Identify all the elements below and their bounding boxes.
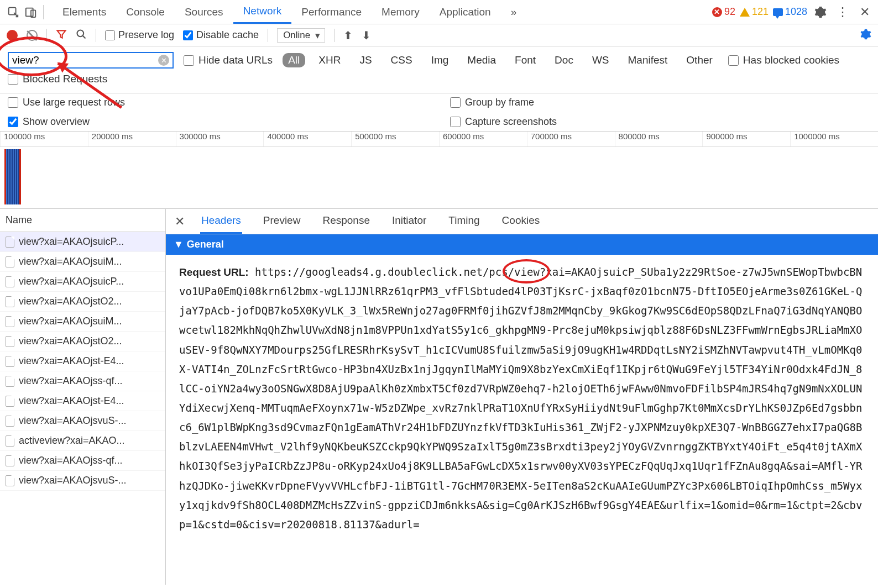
detail-tab-headers[interactable]: Headers bbox=[200, 209, 242, 234]
file-icon bbox=[6, 396, 14, 407]
devtools-tab-elements[interactable]: Elements bbox=[53, 0, 116, 24]
request-row[interactable]: view?xai=AKAOjsuiM... bbox=[0, 252, 165, 272]
collapse-triangle-icon: ▼ bbox=[174, 239, 184, 250]
request-name: view?xai=AKAOjstO2... bbox=[19, 296, 122, 307]
request-row[interactable]: view?xai=AKAOjstO2... bbox=[0, 292, 165, 312]
file-icon bbox=[6, 336, 14, 347]
file-icon bbox=[6, 237, 14, 248]
timeline-tick: 600000 ms bbox=[439, 132, 527, 146]
filter-funnel-icon[interactable] bbox=[56, 29, 67, 42]
request-row[interactable]: view?xai=AKAOjsvuS-... bbox=[0, 471, 165, 491]
request-row[interactable]: view?xai=AKAOjst-E4... bbox=[0, 391, 165, 411]
request-row[interactable]: view?xai=AKAOjsuicP... bbox=[0, 272, 165, 292]
detail-tab-timing[interactable]: Timing bbox=[447, 209, 480, 234]
kebab-menu-icon[interactable]: ⋮ bbox=[834, 3, 851, 21]
detail-tab-initiator[interactable]: Initiator bbox=[391, 209, 427, 234]
file-icon bbox=[6, 256, 14, 267]
inspect-element-icon[interactable] bbox=[4, 3, 22, 21]
devtools-tab-console[interactable]: Console bbox=[116, 0, 175, 24]
timeline-tick: 1000000 ms bbox=[790, 132, 878, 146]
message-count-badge[interactable]: 1028 bbox=[773, 6, 807, 18]
request-row[interactable]: view?xai=AKAOjss-qf... bbox=[0, 451, 165, 471]
request-name: view?xai=AKAOjsuicP... bbox=[19, 236, 124, 248]
filter-type-xhr[interactable]: XHR bbox=[313, 53, 346, 67]
filter-text-input[interactable] bbox=[12, 54, 158, 66]
filter-type-js[interactable]: JS bbox=[354, 53, 377, 67]
filter-type-media[interactable]: Media bbox=[462, 53, 501, 67]
devtools-tab-application[interactable]: Application bbox=[430, 0, 501, 24]
file-icon bbox=[6, 435, 14, 447]
request-row[interactable]: view?xai=AKAOjsuiM... bbox=[0, 312, 165, 332]
devtools-tab-sources[interactable]: Sources bbox=[175, 0, 233, 24]
upload-icon[interactable]: ⬆ bbox=[343, 29, 353, 42]
large-rows-checkbox[interactable]: Use large request rows bbox=[8, 97, 450, 108]
filter-type-ws[interactable]: WS bbox=[587, 53, 615, 67]
filter-type-doc[interactable]: Doc bbox=[549, 53, 579, 67]
timeline-tick: 200000 ms bbox=[88, 132, 176, 146]
filter-type-css[interactable]: CSS bbox=[385, 53, 418, 67]
request-row[interactable]: view?xai=AKAOjsuicP... bbox=[0, 232, 165, 252]
timeline-tick: 500000 ms bbox=[351, 132, 439, 146]
timeline-tick: 100000 ms bbox=[0, 132, 88, 146]
search-icon[interactable] bbox=[76, 29, 87, 42]
request-row[interactable]: view?xai=AKAOjst-E4... bbox=[0, 351, 165, 371]
file-icon bbox=[6, 276, 14, 287]
error-count-badge[interactable]: ✕92 bbox=[712, 6, 735, 18]
file-icon bbox=[6, 475, 14, 486]
group-by-frame-checkbox[interactable]: Group by frame bbox=[450, 97, 557, 108]
has-blocked-cookies-checkbox[interactable]: Has blocked cookies bbox=[728, 54, 839, 66]
request-detail-panel: ✕ HeadersPreviewResponseInitiatorTimingC… bbox=[166, 209, 878, 585]
file-icon bbox=[6, 416, 14, 427]
request-list-header[interactable]: Name bbox=[0, 209, 165, 232]
request-row[interactable]: activeview?xai=AKAO... bbox=[0, 431, 165, 451]
detail-tab-cookies[interactable]: Cookies bbox=[501, 209, 541, 234]
download-icon[interactable]: ⬇ bbox=[362, 29, 371, 42]
request-name: view?xai=AKAOjst-E4... bbox=[19, 355, 124, 367]
warning-count-badge[interactable]: 121 bbox=[740, 6, 769, 18]
filter-type-all[interactable]: All bbox=[283, 53, 305, 67]
throttling-select[interactable]: Online bbox=[277, 28, 325, 43]
close-devtools-icon[interactable]: ✕ bbox=[856, 3, 874, 21]
hide-data-urls-checkbox[interactable]: Hide data URLs bbox=[184, 54, 273, 66]
show-overview-checkbox[interactable]: Show overview bbox=[8, 116, 450, 128]
clear-button-icon[interactable] bbox=[27, 30, 38, 41]
device-toolbar-icon[interactable] bbox=[22, 3, 40, 21]
timeline-tick: 300000 ms bbox=[176, 132, 264, 146]
filter-type-other[interactable]: Other bbox=[681, 53, 718, 67]
request-name: view?xai=AKAOjsvuS-... bbox=[19, 415, 127, 427]
request-row[interactable]: view?xai=AKAOjsvuS-... bbox=[0, 411, 165, 431]
request-name: view?xai=AKAOjsuiM... bbox=[19, 256, 122, 267]
network-timeline[interactable]: 100000 ms200000 ms300000 ms400000 ms5000… bbox=[0, 132, 878, 209]
network-options: Use large request rows Show overview Gro… bbox=[0, 93, 878, 132]
record-button-icon[interactable] bbox=[7, 30, 18, 41]
more-tabs-chevron[interactable]: » bbox=[501, 6, 527, 18]
preserve-log-checkbox[interactable]: Preserve log bbox=[105, 29, 174, 41]
request-name: activeview?xai=AKAO... bbox=[19, 435, 125, 447]
request-row[interactable]: view?xai=AKAOjstO2... bbox=[0, 332, 165, 351]
settings-gear-icon[interactable] bbox=[812, 3, 829, 21]
filter-type-img[interactable]: Img bbox=[426, 53, 454, 67]
capture-screenshots-checkbox[interactable]: Capture screenshots bbox=[450, 116, 557, 128]
devtools-tab-memory[interactable]: Memory bbox=[372, 0, 430, 24]
detail-tab-response[interactable]: Response bbox=[321, 209, 371, 234]
request-list: Name view?xai=AKAOjsuicP...view?xai=AKAO… bbox=[0, 209, 166, 585]
clear-filter-icon[interactable]: ✕ bbox=[158, 55, 169, 66]
devtools-tab-performance[interactable]: Performance bbox=[291, 0, 372, 24]
filter-type-font[interactable]: Font bbox=[509, 53, 541, 67]
blocked-requests-checkbox[interactable]: Blocked Requests bbox=[8, 73, 107, 85]
close-detail-icon[interactable]: ✕ bbox=[175, 214, 185, 229]
request-name: view?xai=AKAOjstO2... bbox=[19, 335, 122, 347]
request-row[interactable]: view?xai=AKAOjss-qf... bbox=[0, 371, 165, 391]
disable-cache-checkbox[interactable]: Disable cache bbox=[183, 29, 259, 41]
network-main-split: Name view?xai=AKAOjsuicP...view?xai=AKAO… bbox=[0, 209, 878, 585]
request-name: view?xai=AKAOjst-E4... bbox=[19, 395, 124, 407]
filter-input[interactable]: ✕ bbox=[8, 52, 174, 69]
request-name: view?xai=AKAOjsvuS-... bbox=[19, 475, 127, 486]
general-section-header[interactable]: ▼ General bbox=[166, 234, 878, 255]
network-settings-gear-icon[interactable] bbox=[860, 29, 871, 42]
request-url-text: Request URL: https://googleads4.g.double… bbox=[166, 255, 878, 585]
detail-tab-preview[interactable]: Preview bbox=[262, 209, 302, 234]
request-name: view?xai=AKAOjsuiM... bbox=[19, 316, 122, 327]
devtools-tab-network[interactable]: Network bbox=[233, 0, 292, 24]
filter-type-manifest[interactable]: Manifest bbox=[623, 53, 673, 67]
